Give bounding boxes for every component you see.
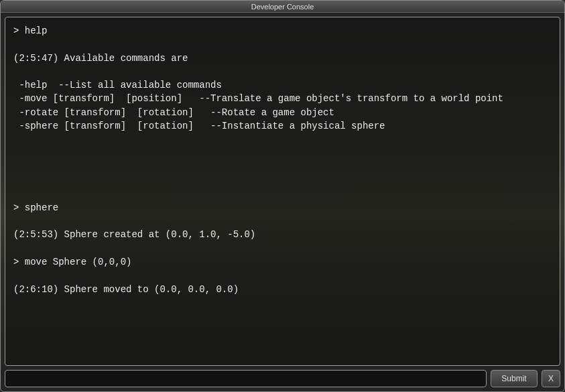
close-button[interactable]: X	[542, 370, 560, 387]
console-output[interactable]: > help (2:5:47) Available commands are -…	[5, 17, 560, 366]
bottom-bar: Submit X	[5, 370, 560, 387]
command-input[interactable]	[5, 370, 487, 387]
content-area: > help (2:5:47) Available commands are -…	[1, 13, 564, 391]
console-window: Developer Console > help (2:5:47) Availa…	[0, 0, 565, 392]
submit-button[interactable]: Submit	[491, 370, 538, 387]
titlebar: Developer Console	[1, 1, 564, 13]
window-title: Developer Console	[251, 3, 314, 11]
